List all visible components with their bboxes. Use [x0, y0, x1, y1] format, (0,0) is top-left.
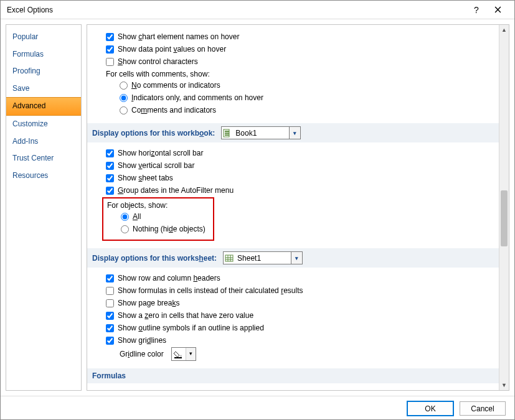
check-row-col-headers-input[interactable] [106, 274, 114, 282]
radio-no-comments[interactable]: No comments or indicators [120, 80, 491, 91]
check-control-chars[interactable]: Show control characters [106, 56, 491, 67]
check-sheet-tabs-input[interactable] [106, 174, 114, 182]
check-show-zero-label: Show a zero in cells that have zero valu… [118, 310, 253, 321]
sidebar-item-formulas[interactable]: Formulas [6, 46, 81, 63]
radio-indicators-only-input[interactable] [120, 94, 128, 102]
check-data-point-values-input[interactable] [106, 45, 114, 54]
radio-comments-indicators[interactable]: Comments and indicators [120, 105, 491, 116]
check-gridlines[interactable]: Show gridlines [106, 335, 491, 346]
scrollbar-thumb[interactable] [501, 190, 508, 246]
highlighted-objects-section: For objects, show: All Nothing (hide obj… [102, 197, 214, 241]
close-icon [494, 6, 501, 13]
check-group-dates-label: Group dates in the AutoFilter menu [118, 185, 234, 196]
bucket-icon [172, 350, 186, 358]
chevron-down-icon: ▾ [289, 127, 300, 139]
vertical-scrollbar[interactable]: ▲ ▼ [499, 25, 509, 390]
excel-file-icon [222, 129, 233, 138]
sidebar: Popular Formulas Proofing Save Advanced … [6, 24, 82, 391]
check-chart-names[interactable]: Show chart element names on hover [106, 31, 491, 42]
worksheet-dropdown-text: Sheet1 [235, 254, 291, 263]
gridline-color-dropdown[interactable]: ▾ [171, 347, 196, 361]
content-pane: Show chart element names on hover Show d… [87, 24, 509, 391]
check-show-formulas[interactable]: Show formulas in cells instead of their … [106, 285, 491, 296]
check-control-chars-input[interactable] [106, 58, 114, 66]
check-gridlines-label: Show gridlines [118, 335, 166, 346]
scroll-up-icon[interactable]: ▲ [499, 25, 509, 35]
check-sheet-tabs-label: Show sheet tabs [118, 172, 173, 184]
sidebar-item-trustcenter[interactable]: Trust Center [6, 150, 81, 167]
radio-objects-nothing-input[interactable] [121, 225, 129, 233]
radio-no-comments-input[interactable] [120, 82, 128, 90]
chevron-down-icon: ▾ [186, 348, 196, 360]
svg-rect-3 [225, 134, 229, 136]
radio-indicators-only[interactable]: Indicators only, and comments on hover [120, 92, 491, 103]
ok-button[interactable]: OK [407, 401, 453, 416]
check-show-formulas-input[interactable] [106, 287, 114, 295]
cancel-button[interactable]: Cancel [460, 401, 506, 416]
radio-objects-all-label: All [133, 211, 141, 222]
check-control-chars-label: Show control characters [118, 56, 198, 67]
radio-objects-all-input[interactable] [121, 213, 129, 221]
check-multi-threaded-label: Enable multi-threaded calculation [118, 388, 228, 390]
objects-show-label: For objects, show: [107, 201, 209, 210]
section-workbook-display-title: Display options for this workbook: [92, 129, 215, 138]
help-button[interactable]: ? [466, 1, 487, 19]
check-multi-threaded[interactable]: Enable multi-threaded calculation [106, 388, 491, 390]
check-group-dates[interactable]: Group dates in the AutoFilter menu [106, 185, 491, 196]
footer: OK Cancel [1, 396, 514, 420]
sidebar-item-popular[interactable]: Popular [6, 29, 81, 46]
check-sheet-tabs[interactable]: Show sheet tabs [106, 172, 491, 184]
comments-show-label: For cells with comments, show: [106, 70, 491, 78]
workbook-dropdown-text: Book1 [233, 129, 289, 138]
check-outline-symbols-input[interactable] [106, 324, 114, 332]
check-gridlines-input[interactable] [106, 337, 114, 345]
radio-objects-nothing-label: Nothing (hide objects) [133, 223, 206, 235]
check-hscroll-input[interactable] [106, 149, 114, 157]
check-show-zero[interactable]: Show a zero in cells that have zero valu… [106, 310, 491, 321]
excel-sheet-icon [224, 254, 235, 263]
sidebar-item-customize[interactable]: Customize [6, 116, 81, 133]
check-page-breaks[interactable]: Show page breaks [106, 297, 491, 309]
check-vscroll-label: Show vertical scroll bar [118, 160, 194, 171]
radio-indicators-only-label: Indicators only, and comments on hover [131, 92, 263, 103]
check-row-col-headers[interactable]: Show row and column headers [106, 273, 491, 284]
gridline-color-row: Gridline color ▾ [120, 347, 491, 361]
radio-no-comments-label: No comments or indicators [131, 80, 220, 91]
svg-rect-9 [174, 357, 182, 358]
chevron-down-icon: ▾ [291, 252, 302, 264]
check-group-dates-input[interactable] [106, 187, 114, 195]
worksheet-dropdown[interactable]: Sheet1 ▾ [223, 251, 303, 264]
check-multi-threaded-input[interactable] [106, 390, 114, 391]
scroll-down-icon[interactable]: ▼ [499, 380, 509, 390]
check-chart-names-input[interactable] [106, 33, 114, 41]
check-page-breaks-input[interactable] [106, 299, 114, 307]
section-worksheet-display-title: Display options for this worksheet: [92, 254, 217, 263]
section-formulas-title: Formulas [92, 371, 126, 380]
check-hscroll-label: Show horizontal scroll bar [118, 147, 203, 159]
check-hscroll[interactable]: Show horizontal scroll bar [106, 147, 491, 159]
radio-objects-nothing[interactable]: Nothing (hide objects) [121, 223, 209, 235]
window-title: Excel Options [7, 6, 466, 14]
check-vscroll[interactable]: Show vertical scroll bar [106, 160, 491, 171]
check-show-zero-input[interactable] [106, 312, 114, 320]
close-button[interactable] [487, 1, 508, 19]
sidebar-item-resources[interactable]: Resources [6, 167, 81, 185]
titlebar: Excel Options ? [1, 1, 514, 19]
workbook-dropdown[interactable]: Book1 ▾ [221, 126, 301, 139]
sidebar-item-addins[interactable]: Add-Ins [6, 133, 81, 151]
check-outline-symbols-label: Show outline symbols if an outline is ap… [118, 322, 264, 334]
check-outline-symbols[interactable]: Show outline symbols if an outline is ap… [106, 322, 491, 334]
gridline-color-label: Gridline color [120, 348, 164, 360]
sidebar-item-proofing[interactable]: Proofing [6, 63, 81, 80]
sidebar-item-advanced[interactable]: Advanced [6, 97, 81, 116]
sidebar-item-save[interactable]: Save [6, 80, 81, 98]
radio-comments-indicators-input[interactable] [120, 106, 128, 114]
check-page-breaks-label: Show page breaks [118, 297, 179, 309]
check-chart-names-label: Show chart element names on hover [118, 31, 239, 42]
check-data-point-values[interactable]: Show data point values on hover [106, 44, 491, 55]
section-formulas: Formulas [87, 368, 499, 383]
radio-comments-indicators-label: Comments and indicators [131, 105, 216, 116]
section-worksheet-display: Display options for this worksheet: Shee… [87, 248, 499, 268]
check-vscroll-input[interactable] [106, 162, 114, 170]
radio-objects-all[interactable]: All [121, 211, 209, 222]
